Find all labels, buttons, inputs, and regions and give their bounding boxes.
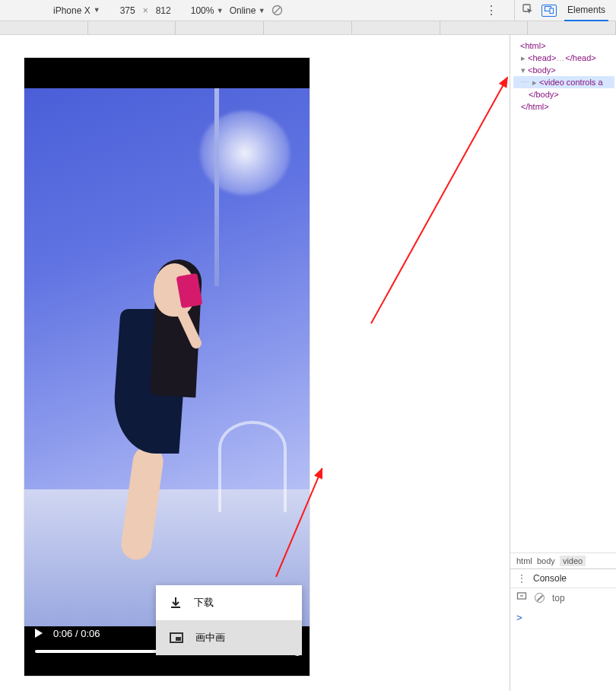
- pip-icon: [170, 632, 183, 643]
- device-select[interactable]: iPhone X ▼: [8, 5, 100, 16]
- download-icon: [170, 597, 182, 609]
- devtools-tabs: Elements: [514, 0, 608, 21]
- chevron-down-icon: ▼: [94, 6, 100, 14]
- no-throttling-icon[interactable]: [271, 5, 283, 16]
- dom-node-selected[interactable]: ⋯ ▸<video controls a: [513, 76, 614, 88]
- svg-rect-5: [171, 607, 180, 608]
- clear-console-icon[interactable]: [535, 593, 545, 603]
- dom-node[interactable]: </body>: [513, 88, 614, 100]
- eye-icon[interactable]: [516, 591, 527, 604]
- dom-node[interactable]: <html>: [513, 40, 614, 52]
- menu-item-download[interactable]: 下载: [156, 585, 302, 620]
- throttle-select[interactable]: Online ▼: [230, 5, 265, 16]
- device-name: iPhone X: [53, 5, 90, 16]
- device-mode-icon[interactable]: [541, 5, 557, 17]
- device-toolbar: iPhone X ▼ 375 × 812 100% ▼ Online ▼ ⋮ E…: [0, 0, 616, 21]
- chevron-down-icon: ▼: [259, 7, 265, 14]
- video-time: 0:06 / 0:06: [53, 628, 100, 639]
- elements-tab[interactable]: Elements: [564, 0, 608, 21]
- svg-line-1: [274, 8, 280, 14]
- viewport-width[interactable]: 375: [120, 5, 135, 16]
- video-context-menu: 下载 画中画: [156, 585, 302, 655]
- viewport-height[interactable]: 812: [156, 5, 171, 16]
- console-context[interactable]: top: [552, 593, 565, 603]
- device-frame: 0:06 / 0:06: [24, 58, 310, 676]
- more-options-button[interactable]: ⋮: [481, 3, 502, 18]
- menu-item-pip[interactable]: 画中画: [156, 620, 302, 655]
- console-input[interactable]: >: [510, 607, 616, 691]
- viewport: 0:06 / 0:06 下载 画中画: [0, 35, 510, 691]
- main-split: 0:06 / 0:06 下载 画中画 <: [0, 35, 616, 691]
- console-header: ⋮ Console: [510, 568, 616, 588]
- dom-breadcrumb[interactable]: html body video: [510, 552, 616, 568]
- dom-node[interactable]: ▸<head>…</head>: [513, 52, 614, 64]
- dimension-separator: ×: [141, 5, 150, 16]
- zoom-select[interactable]: 100% ▼: [191, 5, 224, 16]
- video-element[interactable]: [24, 88, 310, 626]
- ruler: [0, 21, 616, 35]
- annotation-arrow: [370, 77, 508, 324]
- chevron-down-icon: ▼: [217, 7, 224, 14]
- menu-item-label: 下载: [194, 596, 214, 610]
- console-tab[interactable]: Console: [533, 573, 567, 584]
- console-toolbar: top: [510, 588, 616, 607]
- more-icon[interactable]: ⋮: [516, 572, 527, 584]
- menu-item-label: 画中画: [195, 631, 225, 645]
- dom-node[interactable]: </html>: [513, 100, 614, 113]
- svg-rect-4: [550, 8, 554, 14]
- devtools-panel: <html> ▸<head>…</head> ▾<body> ⋯ ▸<video…: [510, 35, 616, 691]
- dom-node[interactable]: ▾<body>: [513, 64, 614, 76]
- dom-tree[interactable]: <html> ▸<head>…</head> ▾<body> ⋯ ▸<video…: [510, 35, 616, 552]
- play-button[interactable]: [35, 629, 43, 638]
- inspect-element-icon[interactable]: [522, 4, 534, 18]
